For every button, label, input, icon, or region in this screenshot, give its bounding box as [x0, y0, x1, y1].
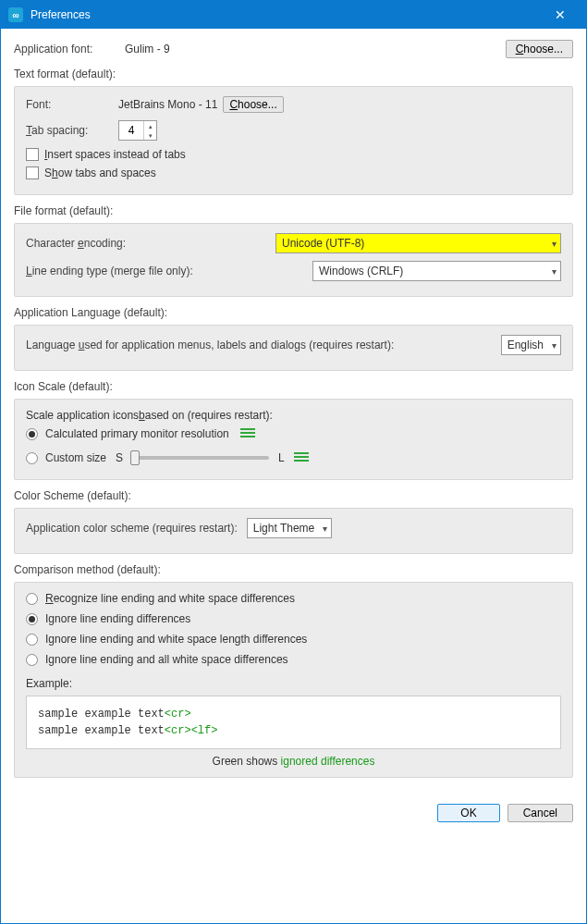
icon-scale-desc: Scale application icons based on (requir… — [26, 409, 561, 422]
application-font-value: Gulim - 9 — [125, 43, 170, 55]
comparison-opt1-radio[interactable] — [26, 593, 38, 605]
color-scheme-desc: Application color scheme (requires resta… — [26, 522, 238, 535]
app-language-value: English — [508, 339, 544, 351]
icon-scale-section-label: Icon Scale (default): — [14, 380, 573, 393]
cr-marker-icon: <cr> — [165, 724, 191, 737]
tab-spacing-spinner[interactable]: ▴ ▾ — [118, 120, 157, 141]
application-font-label: Application font: — [14, 43, 106, 55]
dialog-button-bar: OK Cancel — [1, 796, 586, 833]
text-font-choose-button[interactable]: Choose... — [223, 96, 283, 113]
color-scheme-group: Application color scheme (requires resta… — [14, 508, 573, 554]
footer-note-plain: Green shows — [213, 755, 281, 768]
example-line2-text: sample example text — [38, 724, 165, 737]
tab-spacing-label: Tab spacing: — [26, 124, 118, 137]
example-footer-note: Green shows ignored differences — [26, 755, 561, 768]
insert-spaces-label: Insert spaces instead of tabs — [44, 148, 186, 161]
app-icon: ∞ — [8, 7, 23, 22]
color-scheme-section-label: Color Scheme (default): — [14, 489, 573, 502]
slider-thumb[interactable] — [130, 450, 140, 465]
align-icon — [240, 428, 255, 439]
icon-scale-custom-radio[interactable] — [26, 452, 38, 464]
text-format-group: Font: JetBrains Mono - 11 Choose... Tab … — [14, 86, 573, 195]
line-ending-select[interactable]: Windows (CRLF) — [312, 261, 561, 281]
comparison-opt4-radio[interactable] — [26, 654, 38, 666]
char-encoding-label: Character encoding: — [26, 237, 275, 250]
app-font-choose-button[interactable]: Choose... — [506, 40, 573, 58]
icon-scale-slider[interactable] — [130, 456, 269, 460]
file-format-section-label: File format (default): — [14, 204, 573, 217]
icon-scale-opt1-label: Calculated primary monitor resolution — [45, 427, 229, 440]
lf-marker-icon: <lf> — [191, 724, 218, 737]
color-scheme-select[interactable]: Light Theme — [247, 518, 333, 538]
icon-scale-l-label: L — [278, 451, 285, 464]
spinner-down-icon[interactable]: ▾ — [144, 130, 156, 140]
footer-note-green: ignored differences — [281, 755, 375, 768]
example-label: Example: — [26, 677, 561, 690]
char-encoding-value: Unicode (UTF-8) — [282, 237, 364, 250]
app-language-desc: Language used for application menus, lab… — [26, 339, 394, 351]
show-tabs-checkbox[interactable] — [26, 166, 39, 179]
icon-scale-s-label: S — [116, 451, 123, 464]
cancel-button[interactable]: Cancel — [508, 804, 573, 822]
comparison-opt3-label: Ignore line ending and white space lengt… — [45, 633, 307, 646]
align-icon-large — [294, 452, 309, 463]
line-ending-label: Line ending type (merge file only): — [26, 265, 312, 277]
close-button[interactable]: ✕ — [542, 1, 579, 29]
example-line1-text: sample example text — [38, 708, 165, 721]
font-label: Font: — [26, 98, 118, 111]
comparison-opt1-label: Recognize line ending and white space di… — [45, 592, 295, 605]
text-format-section-label: Text format (default): — [14, 68, 573, 80]
font-value: JetBrains Mono - 11 — [118, 98, 217, 111]
char-encoding-select[interactable]: Unicode (UTF-8) — [275, 233, 561, 253]
color-scheme-value: Light Theme — [253, 522, 315, 535]
cr-marker-icon: <cr> — [165, 708, 191, 721]
insert-spaces-checkbox[interactable] — [26, 148, 39, 161]
comparison-opt3-radio[interactable] — [26, 634, 38, 646]
ok-button[interactable]: OK — [437, 804, 499, 822]
titlebar: ∞ Preferences ✕ — [1, 1, 586, 29]
window-title: Preferences — [31, 8, 542, 21]
app-language-select[interactable]: English — [501, 335, 561, 355]
app-language-section-label: Application Language (default): — [14, 306, 573, 319]
comparison-section-label: Comparison method (default): — [14, 563, 573, 576]
example-box: sample example text<cr> sample example t… — [26, 696, 561, 749]
line-ending-value: Windows (CRLF) — [319, 265, 403, 277]
icon-scale-opt2-label: Custom size — [45, 451, 106, 464]
tab-spacing-input[interactable] — [119, 121, 143, 140]
comparison-opt2-label: Ignore line ending differences — [45, 612, 190, 625]
file-format-group: Character encoding: Unicode (UTF-8) Line… — [14, 223, 573, 297]
app-language-group: Language used for application menus, lab… — [14, 325, 573, 371]
show-tabs-label: Show tabs and spaces — [44, 166, 156, 179]
spinner-up-icon[interactable]: ▴ — [144, 121, 156, 130]
comparison-group: Recognize line ending and white space di… — [14, 582, 573, 778]
icon-scale-calculated-radio[interactable] — [26, 428, 38, 440]
comparison-opt4-label: Ignore line ending and all white space d… — [45, 653, 288, 666]
icon-scale-group: Scale application icons based on (requir… — [14, 399, 573, 480]
comparison-opt2-radio[interactable] — [26, 613, 38, 625]
